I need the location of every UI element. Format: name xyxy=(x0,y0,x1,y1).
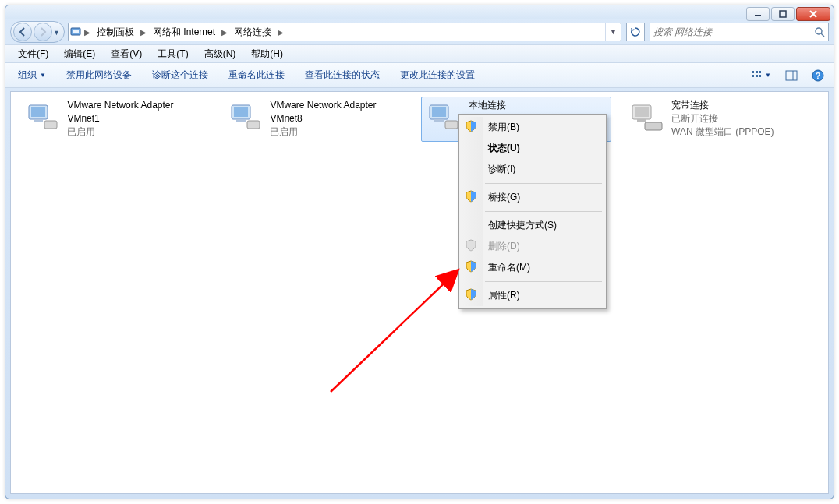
svg-rect-25 xyxy=(432,107,446,117)
svg-rect-1 xyxy=(780,11,786,17)
menu-file[interactable]: 文件(F) xyxy=(10,45,56,63)
minimize-button[interactable] xyxy=(746,7,770,21)
chevron-down-icon: ▼ xyxy=(40,72,46,79)
ctx-status[interactable]: 状态(U) xyxy=(483,138,604,159)
shield-icon xyxy=(465,190,477,203)
svg-rect-19 xyxy=(44,121,57,129)
svg-rect-0 xyxy=(755,15,761,16)
location-icon xyxy=(69,23,83,41)
breadcrumb-control-panel[interactable]: 控制面板 xyxy=(92,23,139,41)
breadcrumb-sep: ▶ xyxy=(83,23,92,41)
menu-separator xyxy=(485,281,602,282)
ctx-properties[interactable]: 属性(R) xyxy=(483,285,604,306)
preview-pane-button[interactable] xyxy=(781,66,802,85)
nav-row: ▼ ▶ 控制面板 ▶ 网络和 Internet ▶ 网络连接 ▶ ▼ xyxy=(5,19,834,44)
cmd-organize[interactable]: 组织 ▼ xyxy=(10,65,54,85)
recent-dropdown[interactable]: ▼ xyxy=(53,28,62,37)
svg-rect-11 xyxy=(759,75,761,77)
ctx-label: 禁用(B) xyxy=(488,122,519,132)
svg-rect-23 xyxy=(247,121,260,129)
menu-help[interactable]: 帮助(H) xyxy=(243,45,291,63)
breadcrumb-network-connections[interactable]: 网络连接 xyxy=(229,23,276,41)
connection-vmnet1[interactable]: VMware Network Adapter VMnet1 已启用 xyxy=(20,97,211,136)
svg-rect-31 xyxy=(645,122,662,130)
svg-rect-27 xyxy=(445,121,458,129)
broadband-icon xyxy=(628,99,665,136)
connection-detail: WAN 微型端口 (PPPOE) xyxy=(671,125,774,139)
network-adapter-icon xyxy=(227,99,264,136)
view-options-button[interactable]: ▼ xyxy=(745,66,776,85)
item-view[interactable]: VMware Network Adapter VMnet1 已启用 VMware… xyxy=(11,92,828,493)
close-button[interactable] xyxy=(796,7,830,21)
svg-line-32 xyxy=(331,271,457,392)
breadcrumb-network-internet[interactable]: 网络和 Internet xyxy=(148,23,220,41)
connection-status: 已启用 xyxy=(67,125,207,139)
ctx-label: 创建快捷方式(S) xyxy=(488,220,557,231)
svg-line-5 xyxy=(821,33,824,37)
svg-rect-18 xyxy=(34,119,43,122)
ctx-diagnose[interactable]: 诊断(I) xyxy=(483,159,604,180)
svg-rect-30 xyxy=(637,119,646,122)
connection-title: 宽带连接 xyxy=(671,99,774,112)
ctx-label: 属性(R) xyxy=(488,290,520,301)
forward-button[interactable] xyxy=(34,23,52,41)
svg-rect-9 xyxy=(752,75,754,77)
back-button[interactable] xyxy=(13,23,32,41)
menu-edit[interactable]: 编辑(E) xyxy=(56,45,103,63)
refresh-button[interactable] xyxy=(626,23,645,41)
menu-separator xyxy=(485,211,602,212)
menu-separator xyxy=(485,183,602,184)
address-bar[interactable]: ▶ 控制面板 ▶ 网络和 Internet ▶ 网络连接 ▶ ▼ xyxy=(68,23,621,41)
ctx-label: 诊断(I) xyxy=(488,164,515,174)
ctx-label: 重命名(M) xyxy=(488,262,530,273)
svg-rect-12 xyxy=(786,71,797,80)
svg-text:?: ? xyxy=(816,71,821,80)
connection-status: 已启用 xyxy=(270,125,409,139)
search-input[interactable] xyxy=(653,26,811,37)
context-menu: 禁用(B) 状态(U) 诊断(I) 桥接(G) xyxy=(458,114,607,309)
cmd-view-status[interactable]: 查看此连接的状态 xyxy=(297,65,388,85)
cmd-rename[interactable]: 重命名此连接 xyxy=(221,65,292,85)
ctx-delete: 删除(D) xyxy=(483,236,604,257)
ctx-disable[interactable]: 禁用(B) xyxy=(483,117,604,138)
svg-rect-26 xyxy=(434,119,444,122)
help-button[interactable]: ? xyxy=(807,66,829,85)
connection-broadband[interactable]: 宽带连接 已断开连接 WAN 微型端口 (PPPOE) xyxy=(624,97,814,136)
svg-rect-22 xyxy=(236,119,246,122)
svg-rect-3 xyxy=(73,30,79,33)
connection-status: 已断开连接 xyxy=(671,112,774,125)
cmd-change-settings[interactable]: 更改此连接的设置 xyxy=(392,65,483,85)
cmd-disable-device[interactable]: 禁用此网络设备 xyxy=(58,65,140,85)
shield-icon xyxy=(465,120,477,132)
connection-title: 本地连接 xyxy=(469,99,506,112)
connection-vmnet8[interactable]: VMware Network Adapter VMnet8 已启用 xyxy=(223,97,413,136)
shield-icon xyxy=(465,239,477,252)
menu-tools[interactable]: 工具(T) xyxy=(150,45,196,63)
menu-advanced[interactable]: 高级(N) xyxy=(196,45,244,63)
maximize-button[interactable] xyxy=(771,7,795,21)
title-bar xyxy=(5,5,834,19)
ctx-shortcut[interactable]: 创建快捷方式(S) xyxy=(483,215,604,236)
shield-icon xyxy=(465,260,477,273)
menu-bar: 文件(F) 编辑(E) 查看(V) 工具(T) 高级(N) 帮助(H) xyxy=(5,44,834,63)
svg-rect-7 xyxy=(756,71,758,73)
address-tail[interactable] xyxy=(285,23,605,41)
nav-buttons: ▼ xyxy=(10,21,65,43)
address-dropdown[interactable]: ▼ xyxy=(605,23,621,41)
network-adapter-icon xyxy=(425,99,462,136)
search-box[interactable] xyxy=(650,23,829,41)
ctx-rename[interactable]: 重命名(M) xyxy=(483,257,604,278)
connection-title: VMware Network Adapter VMnet1 xyxy=(67,99,207,125)
ctx-label: 状态(U) xyxy=(488,143,520,153)
content-area: VMware Network Adapter VMnet1 已启用 VMware… xyxy=(10,91,829,494)
svg-rect-6 xyxy=(752,71,754,73)
menu-view[interactable]: 查看(V) xyxy=(103,45,150,63)
svg-rect-21 xyxy=(234,107,248,117)
ctx-label: 桥接(G) xyxy=(488,192,520,203)
search-icon xyxy=(811,26,825,37)
svg-rect-29 xyxy=(635,107,649,117)
svg-rect-10 xyxy=(756,75,758,77)
svg-point-4 xyxy=(816,28,822,34)
cmd-diagnose[interactable]: 诊断这个连接 xyxy=(144,65,216,85)
ctx-bridge[interactable]: 桥接(G) xyxy=(483,187,604,208)
